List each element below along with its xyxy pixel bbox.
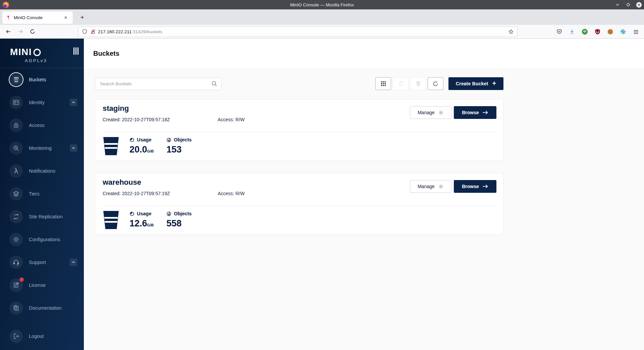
- tab-bar: MinIO Console ✕ +: [0, 9, 644, 25]
- green-extension-icon[interactable]: [581, 28, 588, 35]
- identity-icon: [9, 96, 23, 109]
- minimize-icon[interactable]: [614, 2, 621, 8]
- select-multiple-button[interactable]: [375, 77, 391, 90]
- window-titlebar: MinIO Console — Mozilla Firefox: [0, 0, 644, 9]
- sidebar-item-monitoring[interactable]: Monitoring: [0, 137, 84, 160]
- logo-o-outline: [33, 47, 42, 57]
- bucket-card-warehouse: warehouse Created: 2022-10-27T09:57:19Z …: [95, 173, 503, 235]
- tab-minio-console[interactable]: MinIO Console ✕: [2, 11, 73, 24]
- search-input[interactable]: [99, 81, 211, 87]
- main-panel: Buckets: [84, 39, 644, 350]
- gear-icon: [9, 233, 23, 246]
- cookie-extension-icon[interactable]: [607, 28, 614, 35]
- manage-button[interactable]: Manage: [410, 180, 451, 193]
- monitoring-icon: [9, 141, 23, 155]
- minio-logo: MINI: [10, 47, 84, 57]
- page-title: Buckets: [93, 50, 119, 57]
- pocket-icon[interactable]: [556, 28, 563, 35]
- maximize-icon[interactable]: [625, 2, 631, 8]
- sidebar-item-label: Notifications: [29, 168, 55, 174]
- create-bucket-button[interactable]: Create Bucket +: [448, 77, 503, 90]
- lock-icon: [9, 119, 23, 132]
- sidebar-item-label: Logout: [29, 334, 44, 339]
- delete-buckets-button-disabled: [410, 77, 426, 90]
- usage-label: Usage: [137, 211, 152, 216]
- ublock-origin-icon[interactable]: [594, 28, 601, 35]
- url-bar[interactable]: 217.160.222.211:31429/buckets: [78, 27, 518, 37]
- bucket-icon: [9, 73, 23, 86]
- bucket-name[interactable]: staging: [103, 104, 129, 113]
- screen: MinIO Console — Mozilla Firefox MinIO Co…: [0, 0, 644, 350]
- objects-value: 153: [166, 144, 181, 155]
- arrow-right-icon: [482, 110, 488, 115]
- sidebar-item-identity[interactable]: Identity: [0, 91, 84, 114]
- back-icon[interactable]: [3, 27, 13, 37]
- license-icon: [9, 278, 23, 292]
- bucket-icon-large: [103, 136, 119, 156]
- reload-icon[interactable]: [28, 27, 38, 37]
- sidebar-item-label: Documentation: [29, 305, 62, 311]
- close-icon[interactable]: [636, 2, 642, 8]
- sidebar-item-notifications[interactable]: λ Notifications: [0, 160, 84, 182]
- sidebar-item-label: License: [29, 282, 46, 288]
- sidebar-item-label: Access: [29, 123, 45, 128]
- bucket-created: Created: 2022-10-27T09:57:19Z: [103, 191, 170, 196]
- tracking-shield-icon[interactable]: [82, 29, 88, 35]
- tab-close-icon[interactable]: ✕: [62, 14, 69, 21]
- sidebar-item-logout[interactable]: Logout: [0, 325, 84, 348]
- sidebar-item-site-replication[interactable]: Site Replication: [0, 205, 84, 228]
- plus-icon: +: [492, 80, 496, 87]
- replication-icon: [9, 210, 23, 223]
- card-divider: [103, 206, 496, 206]
- usage-unit: GiB: [147, 149, 154, 153]
- refresh-button[interactable]: [428, 77, 443, 90]
- chevron-up-icon[interactable]: [70, 259, 77, 266]
- buckets-toolbar: Create Bucket +: [95, 77, 503, 90]
- sidebar-item-documentation[interactable]: Documentation: [0, 297, 84, 319]
- browser-toolbar: 217.160.222.211:31429/buckets: [0, 25, 644, 39]
- downloads-icon[interactable]: [569, 28, 576, 35]
- browse-button[interactable]: Browse: [454, 106, 496, 119]
- url-path: :31429/buckets: [131, 29, 162, 34]
- card-divider: [103, 132, 496, 132]
- sidebar-collapse-button[interactable]: [73, 47, 78, 55]
- set-replication-button-disabled: [393, 77, 409, 90]
- url-host: 217.160.222.211: [98, 29, 131, 34]
- objects-label: Objects: [174, 211, 192, 216]
- bookmark-star-icon[interactable]: [508, 29, 514, 35]
- usage-value: 20.0: [129, 144, 147, 155]
- new-tab-button[interactable]: +: [77, 12, 87, 23]
- search-icon: [211, 81, 217, 87]
- insecure-lock-icon[interactable]: [90, 29, 96, 35]
- browse-label: Browse: [462, 184, 479, 189]
- license-label: AGPLv3: [25, 58, 84, 63]
- sidebar-item-label: Configurations: [29, 237, 60, 242]
- chevron-up-icon[interactable]: [70, 144, 77, 152]
- bucket-name[interactable]: warehouse: [103, 178, 141, 187]
- sidebar-item-configurations[interactable]: Configurations: [0, 228, 84, 251]
- minio-favicon: [6, 15, 11, 20]
- bucket-access: Access: R/W: [218, 117, 245, 122]
- sidebar-item-access[interactable]: Access: [0, 114, 84, 137]
- menu-icon[interactable]: [632, 28, 639, 35]
- forward-icon[interactable]: [15, 27, 25, 37]
- sidebar-item-license[interactable]: License: [0, 274, 84, 297]
- manage-button[interactable]: Manage: [410, 106, 451, 119]
- sidebar-item-label: Tiers: [29, 191, 40, 196]
- gear-icon: [438, 110, 444, 116]
- sidebar-item-tiers[interactable]: Tiers: [0, 182, 84, 205]
- usage-pie-icon: [129, 137, 135, 142]
- create-bucket-label: Create Bucket: [456, 81, 488, 86]
- sidebar-item-label: Monitoring: [29, 145, 52, 151]
- browse-button[interactable]: Browse: [454, 180, 496, 193]
- chevron-up-icon[interactable]: [70, 99, 77, 106]
- lambda-icon: λ: [9, 164, 23, 178]
- sidebar-item-label: Support: [29, 260, 46, 265]
- sidebar-item-support[interactable]: Support: [0, 251, 84, 274]
- objects-icon: [166, 211, 171, 216]
- colorful-extension-icon[interactable]: [620, 28, 627, 35]
- notification-dot: [19, 277, 24, 282]
- gear-icon: [438, 184, 444, 189]
- bucket-created: Created: 2022-10-27T09:57:18Z: [103, 117, 170, 122]
- sidebar-item-buckets[interactable]: Buckets: [0, 68, 84, 91]
